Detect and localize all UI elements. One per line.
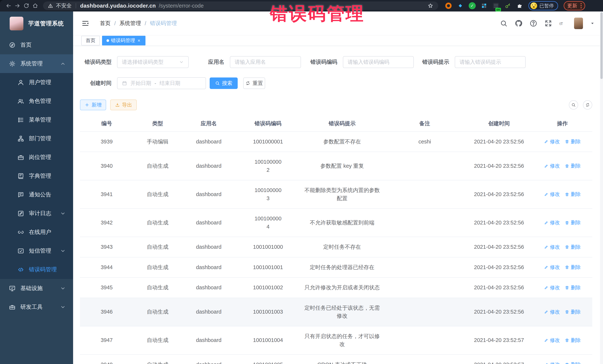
cell-time: 2021-04-20 23:52:56 xyxy=(465,302,533,322)
avatar-caret-down-icon[interactable] xyxy=(590,21,595,26)
breadcrumb-item-0[interactable]: 首页 xyxy=(100,20,111,27)
delete-link[interactable]: 删除 xyxy=(565,308,581,316)
browser-update-button[interactable]: 更新 xyxy=(564,1,585,10)
breadcrumb-separator: / xyxy=(114,20,116,26)
cell-app: dashboard xyxy=(182,330,236,350)
browser-forward-icon[interactable] xyxy=(14,2,21,10)
add-button[interactable]: 新增 xyxy=(80,99,106,110)
sidebar-item-8[interactable]: 通知公告 xyxy=(0,185,73,204)
sidebar-item-11[interactable]: 短信管理 xyxy=(0,242,73,260)
sidebar-item-7[interactable]: 字典管理 xyxy=(0,167,73,185)
tab-label: 错误码管理 xyxy=(111,37,135,44)
export-button[interactable]: 导出 xyxy=(110,99,137,110)
sidebar-item-4[interactable]: 菜单管理 xyxy=(0,110,73,129)
delete-link-label: 删除 xyxy=(571,243,581,251)
user-avatar[interactable] xyxy=(574,18,583,29)
delete-link[interactable]: 删除 xyxy=(565,361,581,364)
edit-link[interactable]: 修改 xyxy=(544,219,560,226)
delete-link-label: 删除 xyxy=(571,162,581,170)
sidebar-item-5[interactable]: 部门管理 xyxy=(0,129,73,148)
fullscreen-icon[interactable] xyxy=(544,20,552,27)
sidebar-item-13[interactable]: 基础设施 xyxy=(0,279,73,298)
scrollbar-thumb[interactable] xyxy=(600,12,603,79)
app-name-input[interactable] xyxy=(230,56,301,68)
cell-actions: 修改删除 xyxy=(533,185,592,204)
tab-close-icon[interactable] xyxy=(137,39,141,43)
gem-extension-icon[interactable] xyxy=(457,2,464,9)
profile-paused-chip[interactable]: 已暂停 xyxy=(528,1,558,10)
sidebar-item-0[interactable]: 首页 xyxy=(0,36,73,54)
refresh-table-button[interactable] xyxy=(583,100,592,110)
browser-back-icon[interactable] xyxy=(5,2,12,10)
cell-msg: 不允许获取敏感配置到前端 xyxy=(300,213,384,233)
search-button[interactable]: 搜索 xyxy=(210,77,238,89)
green-check-extension-icon[interactable]: ✓ xyxy=(469,2,476,9)
tab-1[interactable]: 错误码管理 xyxy=(102,36,145,45)
hamburger-icon[interactable] xyxy=(81,19,89,27)
delete-link[interactable]: 删除 xyxy=(565,264,581,271)
table-row: 3946自动生成dashboard1001001003定时任务已经处于该状态，无… xyxy=(80,298,592,326)
filter-app-label: 应用名 xyxy=(206,58,224,66)
cell-code: 1001001003 xyxy=(236,302,300,322)
orange-circle-extension-icon[interactable] xyxy=(445,2,452,9)
delete-link[interactable]: 删除 xyxy=(565,162,581,170)
edit-link[interactable]: 修改 xyxy=(544,162,560,170)
edit-link[interactable]: 修改 xyxy=(544,284,560,292)
delete-link[interactable]: 删除 xyxy=(565,337,581,344)
search-icon[interactable] xyxy=(500,20,508,27)
delete-link[interactable]: 删除 xyxy=(565,284,581,292)
tab-0[interactable]: 首页 xyxy=(81,36,100,45)
cell-msg: 定时任务不存在 xyxy=(300,237,384,257)
sidebar-item-2[interactable]: 用户管理 xyxy=(0,73,73,92)
edit-link[interactable]: 修改 xyxy=(544,308,560,316)
edit-icon xyxy=(544,164,548,168)
cell-type: 自动生成 xyxy=(133,330,182,350)
delete-link[interactable]: 删除 xyxy=(565,219,581,226)
bookmark-star-icon[interactable] xyxy=(428,3,433,9)
show-search-toggle-button[interactable] xyxy=(569,100,578,110)
cell-id: 3942 xyxy=(80,213,133,233)
sidebar-item-12[interactable]: 错误码管理 xyxy=(0,260,73,279)
address-bar[interactable]: 不安全 dashboard.yudao.iocoder.cn/system/er… xyxy=(43,1,438,10)
end-date-placeholder: 结束日期 xyxy=(160,80,180,87)
font-size-icon[interactable]: tT xyxy=(559,20,567,27)
browser-home-icon[interactable] xyxy=(32,2,39,10)
puzzle-extensions-icon[interactable] xyxy=(516,2,523,9)
edit-link[interactable]: 修改 xyxy=(544,138,560,145)
cell-id: 3946 xyxy=(80,302,133,322)
edit-link[interactable]: 修改 xyxy=(544,337,560,344)
error-msg-input[interactable] xyxy=(455,56,526,68)
sidebar-item-3[interactable]: 角色管理 xyxy=(0,92,73,110)
cell-app: dashboard xyxy=(182,355,236,364)
edit-link-label: 修改 xyxy=(550,337,560,344)
reset-button[interactable]: 重置 xyxy=(243,77,265,89)
sidebar-item-label: 审计日志 xyxy=(29,210,55,217)
profile-avatar-emoji xyxy=(531,2,537,9)
delete-link[interactable]: 删除 xyxy=(565,243,581,251)
sidebar-item-10[interactable]: 在线用户 xyxy=(0,223,73,242)
table-row: 3948自动生成dashboard1001001005CRON 表达式不正确20… xyxy=(80,355,592,364)
sidebar-item-14[interactable]: 研发工具 xyxy=(0,298,73,316)
delete-link[interactable]: 删除 xyxy=(565,190,581,198)
error-code-input[interactable] xyxy=(343,56,414,68)
cell-code: 1001000004 xyxy=(236,209,300,237)
edit-link[interactable]: 修改 xyxy=(544,190,560,198)
on-badge-extension-icon[interactable]: on xyxy=(492,2,499,9)
error-code-type-select[interactable]: 请选择错误码类型 xyxy=(117,56,189,68)
breadcrumb-item-1[interactable]: 系统管理 xyxy=(119,20,141,27)
browser-reload-icon[interactable] xyxy=(23,2,30,10)
delete-link[interactable]: 删除 xyxy=(565,138,581,145)
create-time-range-picker[interactable]: 开始日期 - 结束日期 xyxy=(117,77,206,89)
edit-link[interactable]: 修改 xyxy=(544,361,560,364)
help-icon[interactable] xyxy=(530,20,537,27)
github-icon[interactable] xyxy=(515,20,522,27)
range-separator: - xyxy=(155,80,156,86)
sidebar-item-6[interactable]: 岗位管理 xyxy=(0,148,73,167)
cell-time: 2021-04-20 23:52:56 xyxy=(465,184,533,204)
key-extension-icon[interactable] xyxy=(504,2,511,9)
sidebar-item-1[interactable]: 系统管理 xyxy=(0,54,73,73)
edit-link[interactable]: 修改 xyxy=(544,243,560,251)
edit-link[interactable]: 修改 xyxy=(544,264,560,271)
grid-extension-icon[interactable] xyxy=(481,2,487,9)
sidebar-item-9[interactable]: 审计日志 xyxy=(0,204,73,223)
